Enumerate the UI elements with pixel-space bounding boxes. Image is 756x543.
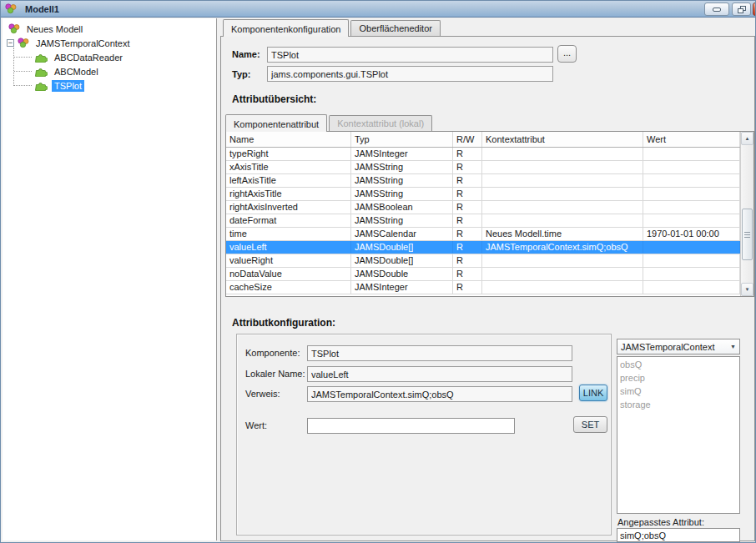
verweis-input[interactable] xyxy=(307,386,572,402)
typ-input[interactable] xyxy=(267,66,553,82)
context-dropdown[interactable]: JAMSTemporalContext ▼ xyxy=(617,339,740,354)
tree-item-abcmodel[interactable]: ABCModel xyxy=(3,64,216,78)
wert-label: Wert: xyxy=(245,420,267,430)
table-cell-kontext xyxy=(482,148,643,160)
link-button[interactable]: LINK xyxy=(579,385,607,401)
tab-komponentenattribut[interactable]: Komponentenattribut xyxy=(225,114,327,132)
scroll-up-button[interactable]: ▲ xyxy=(741,132,753,145)
table-row[interactable]: cacheSizeJAMSIntegerR xyxy=(226,281,740,294)
header-cell-typ[interactable]: Typ xyxy=(351,132,453,147)
table-cell-kontext xyxy=(482,188,643,200)
table-cell-typ: JAMSString xyxy=(351,161,453,173)
table-cell-wert xyxy=(643,174,740,187)
table-cell-rw: R xyxy=(453,161,482,173)
restore-button[interactable] xyxy=(732,3,751,16)
table-cell-rw: R xyxy=(453,241,482,254)
list-item-obsq[interactable]: obsQ xyxy=(617,358,739,371)
table-cell-kontext xyxy=(482,174,643,187)
model-tree[interactable]: Neues Modell − JAMSTemporalContext ABCDa… xyxy=(3,18,217,540)
browse-button[interactable]: ... xyxy=(557,45,577,63)
table-cell-wert xyxy=(643,254,740,267)
tree-item-tsplot[interactable]: TSPlot xyxy=(3,78,216,93)
table-row[interactable]: rightAxisTitleJAMSStringR xyxy=(226,188,740,201)
table-cell-wert xyxy=(643,201,740,214)
wert-input[interactable] xyxy=(307,418,515,434)
table-row[interactable]: valueLeftJAMSDouble[]RJAMSTemporalContex… xyxy=(226,241,740,254)
name-input[interactable] xyxy=(267,47,553,63)
table-row[interactable]: typeRightJAMSIntegerR xyxy=(226,148,740,161)
ellipsis-icon: ... xyxy=(563,48,571,58)
attribute-table-main: Name Typ R/W Kontextattribut Wert typeRi… xyxy=(226,132,740,296)
table-cell-wert xyxy=(643,268,740,280)
minimize-button[interactable] xyxy=(704,3,729,16)
lokaler-name-label: Lokaler Name: xyxy=(245,369,305,379)
list-item-precip[interactable]: precip xyxy=(617,371,739,385)
attribute-overview-heading: Attributübersicht: xyxy=(232,93,316,105)
table-cell-wert xyxy=(643,188,740,200)
top-tab-strip: Komponentenkonfiguration Oberflächenedit… xyxy=(223,19,442,36)
table-cell-rw: R xyxy=(453,254,482,267)
tab-kontextattribut-lokal[interactable]: Kontextattribut (lokal) xyxy=(329,115,432,131)
header-cell-wert[interactable]: Wert xyxy=(643,132,740,147)
table-cell-kontext xyxy=(482,281,643,294)
table-scrollbar[interactable]: ▲ ▼ xyxy=(740,132,753,296)
table-cell-name: dateFormat xyxy=(226,214,351,227)
attribute-config-panel: Komponente: Lokaler Name: Verweis: LINK … xyxy=(236,334,612,535)
table-row[interactable]: noDataValueJAMSDoubleR xyxy=(226,268,740,281)
attribute-config-heading: Attributkonfiguration: xyxy=(232,317,335,329)
name-label: Name: xyxy=(232,49,260,59)
table-cell-name: valueLeft xyxy=(226,241,351,254)
table-cell-rw: R xyxy=(453,148,482,160)
app-icon xyxy=(5,3,17,14)
table-cell-wert xyxy=(643,241,740,254)
table-cell-name: xAxisTitle xyxy=(226,161,351,173)
table-row[interactable]: dateFormatJAMSStringR xyxy=(226,214,740,228)
header-cell-name[interactable]: Name xyxy=(226,132,351,147)
table-row[interactable]: xAxisTitleJAMSStringR xyxy=(226,161,740,174)
table-cell-kontext: JAMSTemporalContext.simQ;obsQ xyxy=(482,241,643,254)
model-icon xyxy=(18,38,29,48)
table-cell-rw: R xyxy=(453,268,482,280)
table-cell-rw: R xyxy=(453,188,482,200)
tree-children: ABCDataReaderABCModelTSPlot xyxy=(3,50,216,93)
table-row[interactable]: rightAxisInvertedJAMSBooleanR xyxy=(226,201,740,214)
set-button[interactable]: SET xyxy=(573,416,607,433)
table-row[interactable]: timeJAMSCalendarRNeues Modell.time1970-0… xyxy=(226,228,740,241)
table-cell-typ: JAMSDouble xyxy=(351,268,453,280)
komponente-input[interactable] xyxy=(307,345,572,361)
tree-item-root[interactable]: Neues Modell xyxy=(3,22,216,36)
header-cell-rw[interactable]: R/W xyxy=(453,132,482,147)
scroll-down-button[interactable]: ▼ xyxy=(741,283,753,296)
custom-attribute-label: Angepasstes Attribut: xyxy=(617,517,704,527)
header-cell-kontextattribut[interactable]: Kontextattribut xyxy=(482,132,643,147)
context-dropdown-value: JAMSTemporalContext xyxy=(621,342,728,352)
component-icon xyxy=(35,53,48,63)
table-row[interactable]: leftAxisTitleJAMSStringR xyxy=(226,174,740,188)
table-cell-kontext xyxy=(482,254,643,267)
tree-item-context[interactable]: − JAMSTemporalContext xyxy=(3,36,216,50)
tree-item-abcdatareader[interactable]: ABCDataReader xyxy=(3,50,216,64)
table-row[interactable]: valueRightJAMSDouble[]R xyxy=(226,254,740,268)
collapse-toggle-icon[interactable]: − xyxy=(7,39,14,47)
list-item-simq[interactable]: simQ xyxy=(617,385,739,398)
lokaler-name-input[interactable] xyxy=(307,366,572,382)
table-cell-name: leftAxisTitle xyxy=(226,174,351,187)
tab-oberflaecheneditor[interactable]: Oberflächeneditor xyxy=(350,20,440,36)
attribute-table-body: typeRightJAMSIntegerRxAxisTitleJAMSStrin… xyxy=(226,148,740,294)
scrollbar-thumb[interactable] xyxy=(742,209,753,260)
table-cell-kontext: Neues Modell.time xyxy=(482,228,643,240)
titlebar[interactable]: Modell1 xyxy=(1,1,755,18)
context-attribute-list[interactable]: obsQprecipsimQstorage xyxy=(617,356,740,514)
table-cell-rw: R xyxy=(453,281,482,294)
table-cell-wert xyxy=(643,161,740,173)
table-cell-typ: JAMSInteger xyxy=(351,148,453,160)
tree-item-label: ABCDataReader xyxy=(52,52,125,63)
list-item-storage[interactable]: storage xyxy=(617,398,739,411)
tab-komponentenkonfiguration[interactable]: Komponentenkonfiguration xyxy=(223,19,349,37)
komponente-label: Komponente: xyxy=(245,348,300,358)
close-button[interactable]: ✕ xyxy=(753,3,756,16)
minimize-icon xyxy=(713,8,721,12)
component-icon xyxy=(35,81,48,91)
custom-attribute-input[interactable] xyxy=(617,528,740,542)
table-cell-name: typeRight xyxy=(226,148,351,160)
